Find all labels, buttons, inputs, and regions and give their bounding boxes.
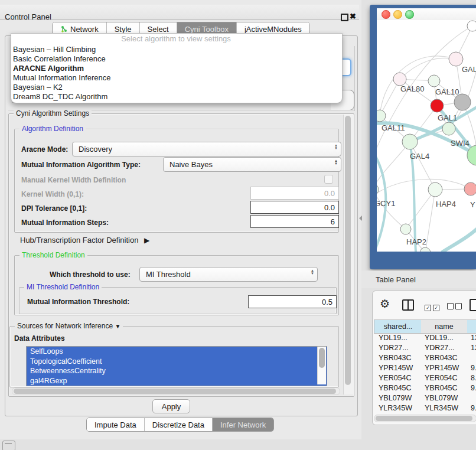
tab-infer-network[interactable]: Infer Network — [213, 418, 273, 431]
collapse-down-arrow-icon[interactable]: ▼ — [115, 323, 120, 330]
algorithm-option-mutual-information[interactable]: Mutual Information Inference — [12, 73, 338, 83]
hub-definition-expander[interactable]: Hub/Transcription Factor Definition ▶ — [20, 236, 149, 244]
gear-icon[interactable]: ⚙ — [380, 298, 390, 309]
attribute-item-betweennesscentrality[interactable]: BetweennessCentrality — [27, 366, 327, 376]
minimized-panel-icon[interactable] — [2, 441, 15, 450]
attribute-item-gal4rgexp[interactable]: gal4RGexp — [27, 376, 327, 386]
expander-right-arrow-icon: ▶ — [144, 236, 149, 244]
table-cell: YBR043C — [379, 353, 412, 363]
table-row[interactable]: YER054CYER054C8. — [374, 373, 476, 383]
apply-button[interactable]: Apply — [152, 399, 190, 413]
close-traffic-light-icon[interactable] — [382, 10, 390, 19]
table-row[interactable]: YDR27...YDR27...12 — [374, 343, 476, 353]
dpi-tolerance-label: DPI Tolerance [0,1]: — [21, 204, 87, 213]
column-header-partial[interactable] — [467, 319, 476, 334]
table-row[interactable]: YLR345WYLR345W9. — [374, 403, 476, 413]
kernel-width-input[interactable]: 0.0 — [250, 187, 339, 200]
network-node[interactable] — [467, 21, 476, 31]
network-node[interactable] — [400, 224, 411, 234]
new-table-icon[interactable] — [470, 299, 476, 311]
network-window-titlebar[interactable] — [377, 8, 476, 20]
network-tab-icon — [60, 25, 68, 33]
deselect-all-checkboxes-icon[interactable] — [447, 301, 462, 312]
kernel-width-label: Kernel Width (0,1): — [21, 190, 84, 198]
which-threshold-select[interactable]: MI Threshold ▲▼ — [139, 267, 318, 282]
manual-kernel-width-label: Manual Kernel Width Definition — [21, 176, 126, 184]
stepper-icon: ▲▼ — [311, 269, 314, 275]
bottom-tabbar: Impute Data Discretize Data Infer Networ… — [86, 418, 274, 432]
column-header-name[interactable]: name — [421, 319, 468, 334]
listbox-vertical-scrollbar[interactable] — [317, 347, 326, 384]
settings-horizontal-scrollbar-thumb[interactable] — [14, 389, 336, 394]
network-canvas[interactable]: GALGAL80GAL10GAL1GAL11SWI4GAL4GCY1HAP4YH… — [377, 20, 476, 252]
table-cell: YBL079W — [425, 393, 458, 403]
network-node[interactable] — [377, 184, 379, 195]
occluded-groupbox-edge — [354, 46, 355, 111]
network-node[interactable] — [377, 110, 386, 122]
network-node[interactable] — [431, 99, 444, 112]
settings-vertical-scrollbar-thumb[interactable] — [345, 116, 351, 385]
network-node[interactable] — [402, 134, 418, 149]
minimize-traffic-light-icon[interactable] — [393, 10, 402, 19]
mi-threshold-label: Mutual Information Threshold: — [27, 298, 129, 306]
network-node-label: GAL10 — [435, 87, 459, 96]
table-cell: 13 — [471, 333, 476, 343]
column-header-shared-name[interactable]: shared... — [374, 319, 422, 334]
network-node[interactable] — [428, 182, 442, 197]
network-node[interactable] — [467, 145, 476, 165]
network-node[interactable] — [442, 122, 455, 135]
table-horizontal-scrollbar-thumb[interactable] — [376, 416, 472, 421]
network-node[interactable] — [393, 73, 406, 86]
tab-discretize-data[interactable]: Discretize Data — [145, 418, 213, 431]
network-node[interactable] — [464, 182, 476, 195]
table-cell: YBL079W — [379, 393, 412, 403]
split-columns-icon[interactable] — [402, 299, 414, 311]
algorithm-option-bayesian-hill-climbing[interactable]: Bayesian – Hill Climbing — [12, 45, 338, 54]
table-row[interactable]: YBR045CYBR045C9. — [374, 383, 476, 393]
table-cell: YDR27... — [379, 343, 409, 353]
table-cell: YPR145W — [379, 363, 413, 373]
network-node[interactable] — [454, 94, 471, 110]
table-cell: YDL19... — [379, 333, 407, 343]
network-node-label: GAL11 — [382, 123, 405, 132]
table-cell: YLR345W — [379, 403, 412, 413]
tab-impute-data[interactable]: Impute Data — [87, 418, 145, 431]
dpi-tolerance-input[interactable]: 0.0 — [250, 201, 339, 214]
algorithm-option-basic-correlation[interactable]: Basic Correlation Inference — [12, 54, 338, 64]
network-node[interactable] — [428, 75, 440, 87]
mi-algorithm-type-label: Mutual Information Algorithm Type: — [21, 161, 141, 169]
table-horizontal-scrollbar[interactable] — [374, 415, 476, 422]
close-icon[interactable]: ✖ — [350, 12, 356, 21]
algorithm-option-bayesian-k2[interactable]: Bayesian – K2 — [12, 83, 338, 92]
algorithm-option-dream8[interactable]: Dream8 DC_TDC Algorithm — [12, 92, 338, 102]
stepper-icon: ▲▼ — [334, 144, 338, 150]
network-node[interactable] — [449, 52, 463, 66]
table-cell: YBR043C — [425, 353, 458, 363]
table-cell: 9. — [471, 383, 476, 393]
attribute-item-topologicalcoefficient[interactable]: TopologicalCoefficient — [27, 357, 327, 367]
settings-vertical-scrollbar[interactable] — [343, 115, 353, 394]
manual-kernel-width-checkbox[interactable] — [324, 175, 333, 184]
select-all-checkboxes-icon[interactable]: ✓✓ — [425, 301, 439, 312]
network-node-label: GAL — [462, 65, 476, 74]
control-panel-title: Control Panel — [5, 12, 51, 21]
mi-steps-input[interactable]: 6 — [250, 215, 339, 228]
network-node-label: HAP4 — [436, 200, 456, 208]
maximize-traffic-light-icon[interactable] — [405, 10, 414, 19]
table-row[interactable]: YDL19...YDL19...13 — [374, 333, 476, 343]
mi-threshold-input[interactable]: 0.5 — [248, 295, 337, 308]
table-row[interactable]: YPR145WYPR145W9. — [374, 363, 476, 373]
table-cell: YER054C — [425, 373, 458, 383]
float-window-icon[interactable] — [341, 14, 348, 21]
table-row[interactable]: YBL079WYBL079W — [374, 393, 476, 403]
table-cell: YBR045C — [379, 383, 412, 393]
settings-horizontal-scrollbar[interactable] — [12, 387, 340, 395]
listbox-scrollbar-thumb[interactable] — [319, 348, 325, 368]
network-node-label: GAL1 — [438, 113, 457, 122]
aracne-mode-select[interactable]: Discovery ▲▼ — [72, 142, 341, 156]
mi-algorithm-type-select[interactable]: Naive Bayes ▲▼ — [163, 157, 341, 172]
network-node-label: SWI4 — [451, 139, 470, 148]
table-row[interactable]: YBR043CYBR043C — [374, 353, 476, 363]
attribute-item-selfloops[interactable]: SelfLoops — [27, 347, 327, 357]
algorithm-option-aracne[interactable]: ARACNE Algorithm — [12, 64, 338, 73]
